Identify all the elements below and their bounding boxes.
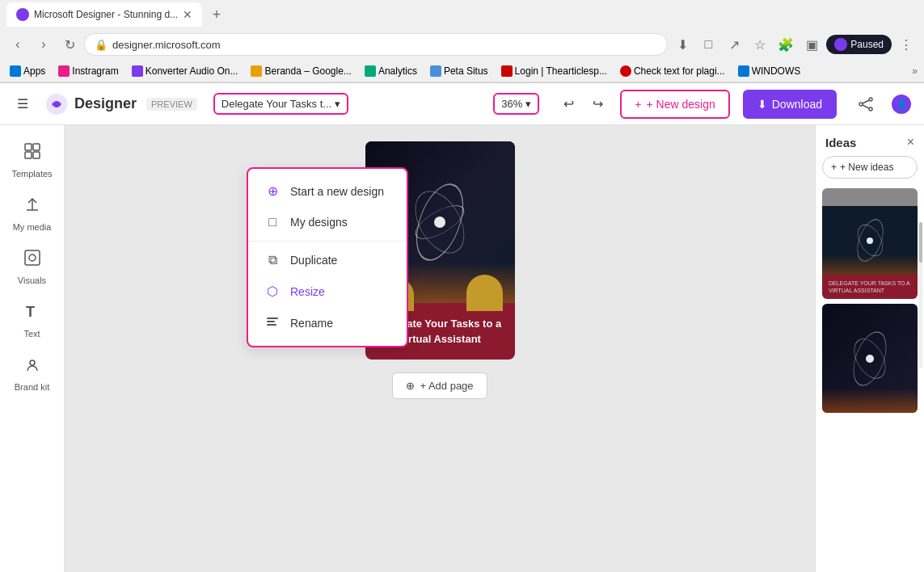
tab-close-btn[interactable]: ✕ — [183, 8, 192, 21]
bookmark-windows[interactable]: WINDOWS — [735, 64, 804, 78]
bookmark-check[interactable]: Check text for plagi... — [617, 64, 728, 78]
dropdown-item-label: Rename — [290, 317, 333, 330]
paused-button[interactable]: Paused — [826, 35, 892, 54]
text-icon: T — [23, 301, 42, 326]
bookmark-beranda[interactable]: Beranda – Google... — [247, 64, 354, 78]
right-panel: Ideas × + + New ideas — [815, 125, 924, 572]
rename-icon — [264, 315, 281, 331]
zoom-control[interactable]: 36% ▾ — [493, 93, 539, 115]
bookmark-peta[interactable]: Peta Situs — [427, 64, 492, 78]
scrollbar-track — [919, 222, 922, 368]
add-page-button[interactable]: ⊕ + Add page — [392, 372, 487, 399]
split-view-icon[interactable]: ▣ — [800, 33, 823, 56]
templates-label: Templates — [11, 169, 52, 179]
tab-favicon — [16, 8, 29, 21]
bookmark-favicon — [620, 65, 631, 77]
bookmark-konverter[interactable]: Konverter Audio On... — [129, 64, 242, 78]
bookmark-favicon — [251, 65, 262, 77]
dropdown-item-rename[interactable]: Rename — [248, 307, 407, 339]
idea-card-image — [822, 206, 918, 275]
profile-button[interactable]: 👤 — [888, 91, 914, 117]
zoom-chevron-icon: ▾ — [525, 98, 531, 110]
bookmark-label: Analytics — [378, 65, 417, 77]
bookmarks-bar: Apps Instragram Konverter Audio On... Be… — [0, 60, 924, 82]
tab-title: Microsoft Designer - Stunning d... — [34, 9, 178, 20]
dropdown-item-my-designs[interactable]: □ My designs — [248, 207, 407, 238]
sidebar-item-my-media[interactable]: My media — [5, 188, 60, 238]
logo-area: Designer — [45, 93, 137, 116]
idea-card-label: DELEGATE YOUR TASKS TO A VIRTUAL ASSISTA… — [822, 275, 918, 299]
redo-button[interactable]: ↪ — [584, 91, 610, 117]
download-button[interactable]: ⬇ Download — [743, 90, 837, 119]
dropdown-divider — [248, 241, 407, 242]
resize-icon: ⬡ — [264, 284, 281, 299]
sidebar-item-visuals[interactable]: Visuals — [5, 242, 60, 292]
dropdown-item-label: Duplicate — [290, 254, 337, 267]
zoom-value: 36% — [501, 98, 522, 110]
svg-line-5 — [863, 105, 869, 108]
dropdown-item-resize[interactable]: ⬡ Resize — [248, 275, 407, 307]
logo-text: Designer — [74, 95, 137, 112]
my-media-label: My media — [13, 222, 52, 232]
text-label: Text — [23, 329, 40, 339]
bookmark-label: Peta Situs — [444, 65, 488, 77]
refresh-button[interactable]: ↻ — [58, 33, 81, 56]
bookmark-favicon — [58, 65, 70, 77]
sidebar-item-text[interactable]: T Text — [5, 295, 60, 345]
idea-card-2[interactable] — [822, 304, 918, 413]
svg-text:T: T — [26, 304, 35, 320]
dropdown-item-duplicate[interactable]: ⧉ Duplicate — [248, 245, 407, 275]
bookmark-login[interactable]: Login | Thearticlesp... — [498, 64, 610, 78]
idea-card-1[interactable]: DELEGATE YOUR TASKS TO A VIRTUAL ASSISTA… — [822, 188, 918, 299]
canvas-area[interactable]: Delegate Your Tasks to a Virtual Assista… — [65, 125, 815, 572]
paused-label: Paused — [850, 39, 884, 50]
svg-point-3 — [869, 107, 872, 111]
share-browser-icon[interactable]: ↗ — [723, 33, 745, 56]
new-design-button[interactable]: + + New design — [620, 90, 729, 119]
sidebar-item-templates[interactable]: Templates — [5, 135, 60, 185]
right-panel-header: Ideas × — [816, 125, 924, 156]
forward-button[interactable]: › — [32, 33, 55, 56]
idea-card-top — [822, 188, 918, 206]
svg-rect-12 — [25, 250, 40, 265]
dropdown-item-new-design[interactable]: ⊕ Start a new design — [248, 175, 407, 207]
designer-logo-icon — [45, 93, 68, 116]
hamburger-button[interactable]: ☰ — [10, 91, 36, 117]
ideas-grid: DELEGATE YOUR TASKS TO A VIRTUAL ASSISTA… — [816, 185, 924, 572]
share-button[interactable] — [853, 91, 879, 117]
svg-rect-8 — [25, 152, 32, 158]
sidebar-item-brand-kit[interactable]: Brand kit — [5, 348, 60, 398]
bookmark-label: Apps — [23, 65, 45, 77]
download-icon: ⬇ — [757, 98, 767, 111]
address-bar[interactable]: 🔒 designer.microsoft.com — [84, 33, 668, 56]
profile-icon — [834, 38, 847, 51]
bookmarks-more-icon[interactable]: » — [912, 65, 918, 77]
star-icon[interactable]: ☆ — [749, 33, 771, 56]
scrollbar-thumb[interactable] — [919, 222, 922, 263]
more-menu-icon[interactable]: ⋮ — [895, 33, 918, 56]
back-button[interactable]: ‹ — [6, 33, 29, 56]
right-panel-title: Ideas — [825, 136, 856, 149]
bookmark-label: Instragram — [72, 65, 118, 77]
right-panel-close-button[interactable]: × — [907, 135, 914, 149]
svg-rect-17 — [267, 321, 275, 322]
chevron-down-icon: ▾ — [335, 98, 340, 110]
bookmark-instragram[interactable]: Instragram — [55, 64, 121, 78]
design-title-button[interactable]: Delegate Your Tasks t... ▾ — [213, 93, 348, 115]
bookmark-apps[interactable]: Apps — [6, 64, 49, 78]
new-tab-button[interactable]: + — [205, 3, 228, 26]
screenshot-icon[interactable]: □ — [697, 33, 719, 56]
undo-button[interactable]: ↩ — [555, 91, 581, 117]
share-icon — [858, 96, 874, 112]
folder-icon: □ — [264, 215, 281, 229]
bookmark-label: Login | Thearticlesp... — [515, 65, 607, 77]
bookmark-favicon — [132, 65, 143, 77]
active-tab[interactable]: Microsoft Designer - Stunning d... ✕ — [6, 2, 202, 27]
extensions-icon[interactable]: 🧩 — [774, 33, 797, 56]
design-title-area: Delegate Your Tasks t... ▾ — [213, 93, 348, 115]
new-design-label: + New design — [647, 98, 715, 111]
download-icon[interactable]: ⬇ — [671, 33, 694, 56]
bookmark-analytics[interactable]: Analytics — [361, 64, 420, 78]
visuals-icon — [23, 248, 42, 272]
new-ideas-button[interactable]: + + New ideas — [822, 156, 918, 179]
